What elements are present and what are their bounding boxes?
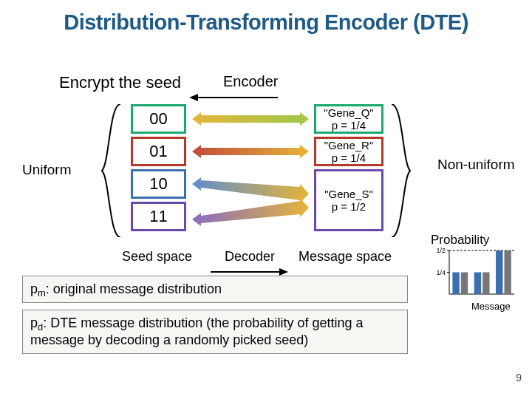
seed-cell-10: 10 (131, 169, 186, 199)
pm-definition-box: pm: original message distribution (22, 276, 408, 303)
pd-text: : DTE message distribution (the probabil… (30, 316, 363, 347)
mapping-arrows-icon (192, 104, 309, 237)
pm-symbol: p (30, 282, 38, 296)
svg-rect-18 (482, 273, 489, 295)
diagram-area: Encrypt the seed Encoder Uniform 00 01 1… (0, 35, 532, 389)
message-space-stack: "Gene_Q" p = 1/4 "Gene_R" p = 1/4 "Gene_… (314, 104, 383, 234)
svg-marker-5 (192, 198, 309, 226)
svg-rect-19 (496, 250, 502, 294)
message-cell-gene-s: "Gene_S" p = 1/2 (314, 169, 383, 231)
probability-bar-chart: 1/41/2 (429, 248, 517, 303)
decoder-label: Decoder (225, 249, 275, 265)
svg-text:1/4: 1/4 (436, 269, 446, 276)
seed-space-stack: 00 01 10 11 (131, 104, 186, 234)
encrypt-seed-label: Encrypt the seed (59, 73, 181, 92)
nonuniform-brace-icon (388, 104, 432, 237)
svg-marker-1 (189, 94, 198, 101)
page-title: Distribution-Transforming Encoder (DTE) (0, 0, 532, 35)
svg-text:1/2: 1/2 (436, 248, 446, 254)
pm-text: : original message distribution (46, 282, 222, 296)
uniform-brace-icon (80, 104, 124, 237)
pd-subscript: d (38, 321, 43, 332)
message-prob: p = 1/2 (332, 200, 366, 213)
svg-marker-4 (192, 177, 309, 203)
encoder-arrow-icon (189, 91, 278, 98)
decoder-arrow-icon (211, 265, 288, 273)
seed-space-label: Seed space (122, 249, 192, 265)
seed-cell-00: 00 (131, 104, 186, 134)
svg-marker-2 (192, 112, 309, 126)
message-name: "Gene_R" (324, 139, 374, 151)
pd-symbol: p (30, 316, 38, 330)
seed-cell-11: 11 (131, 202, 186, 231)
encoder-label: Encoder (223, 73, 279, 90)
nonuniform-label: Non-uniform (437, 157, 515, 173)
page-number: 9 (516, 372, 522, 383)
message-name: "Gene_S" (324, 188, 373, 200)
pd-definition-box: pd: DTE message distribution (the probab… (22, 310, 408, 354)
probability-axis-label: Probability (431, 233, 489, 248)
svg-marker-7 (279, 268, 288, 276)
message-cell-gene-q: "Gene_Q" p = 1/4 (314, 104, 383, 134)
svg-rect-17 (474, 273, 481, 295)
svg-rect-20 (504, 250, 511, 294)
pm-subscript: m (38, 287, 46, 299)
svg-marker-3 (192, 145, 309, 158)
svg-rect-16 (461, 273, 468, 295)
message-name: "Gene_Q" (324, 106, 373, 119)
message-cell-gene-r: "Gene_R" p = 1/4 (314, 137, 383, 166)
seed-cell-01: 01 (131, 137, 186, 166)
message-space-label: Message space (299, 249, 392, 265)
chart-x-axis-label: Message (471, 301, 511, 312)
svg-rect-15 (452, 273, 459, 295)
uniform-label: Uniform (22, 162, 72, 178)
message-prob: p = 1/4 (332, 151, 366, 164)
message-prob: p = 1/4 (332, 119, 366, 132)
